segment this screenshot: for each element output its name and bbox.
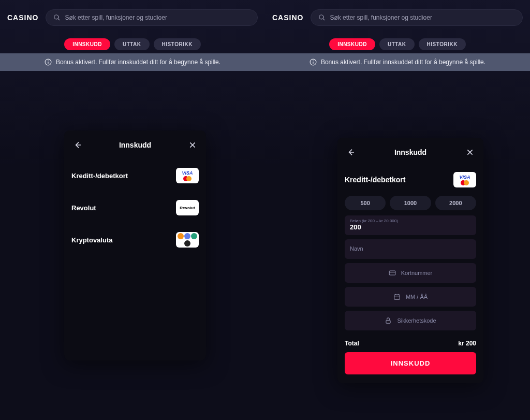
modal-title: Innskudd bbox=[119, 141, 151, 149]
method-label: Kryptovaluta bbox=[71, 236, 112, 244]
banner-text: Bonus aktivert. Fullfør innskuddet ditt … bbox=[56, 59, 220, 66]
tabs: INNSKUDD UTTAK HISTORIKK bbox=[0, 35, 265, 53]
brand-logo[interactable]: CASINO bbox=[7, 13, 38, 22]
tab-deposit[interactable]: INNSKUDD bbox=[64, 38, 110, 50]
visa-mastercard-icon: VISA bbox=[453, 172, 476, 187]
search-placeholder: Søk etter spill, funksjoner og studioer bbox=[330, 14, 432, 21]
modal-header: Innskudd bbox=[64, 131, 206, 160]
info-icon bbox=[310, 59, 317, 66]
svg-rect-5 bbox=[313, 61, 313, 61]
method-label: Kreditt-/debetkort bbox=[345, 176, 405, 184]
expiry-placeholder: MM / ÅÅ bbox=[406, 294, 428, 300]
svg-rect-6 bbox=[389, 271, 395, 275]
banner-text: Bonus aktivert. Fullfør innskuddet ditt … bbox=[321, 59, 485, 66]
modal-body[interactable]: Kreditt-/debetkort VISA 500 1000 2000 Be… bbox=[337, 167, 483, 383]
search-icon bbox=[318, 14, 326, 21]
tabs: INNSKUDD UTTAK HISTORIKK bbox=[265, 35, 530, 53]
info-banner: Bonus aktivert. Fullfør innskuddet ditt … bbox=[265, 53, 530, 71]
visa-mastercard-icon: VISA bbox=[176, 168, 199, 183]
tab-history[interactable]: HISTORIKK bbox=[154, 38, 201, 50]
amount-field[interactable]: Beløp (kr 200 – kr 20 000) 200 bbox=[345, 215, 476, 235]
close-icon bbox=[188, 141, 197, 149]
revolut-icon: Revolut bbox=[176, 200, 199, 215]
pane-right: CASINO Søk etter spill, funksjoner og st… bbox=[265, 0, 530, 420]
total-value: kr 200 bbox=[458, 340, 476, 347]
modal-header: Innskudd bbox=[337, 138, 483, 167]
back-button[interactable] bbox=[345, 146, 357, 158]
close-icon bbox=[466, 148, 474, 156]
modal-title: Innskudd bbox=[394, 148, 426, 156]
total-label: Total bbox=[345, 340, 359, 347]
amount-label: Beløp (kr 200 – kr 20 000) bbox=[350, 219, 471, 223]
header: CASINO Søk etter spill, funksjoner og st… bbox=[0, 0, 265, 35]
search-input[interactable]: Søk etter spill, funksjoner og studioer bbox=[46, 9, 258, 26]
deposit-modal-methods: Innskudd Kreditt-/debetkort VISA Revolut… bbox=[64, 131, 206, 360]
method-card[interactable]: Kreditt-/debetkort VISA bbox=[64, 160, 206, 192]
card-icon bbox=[389, 269, 396, 277]
lock-icon bbox=[385, 317, 392, 324]
svg-rect-2 bbox=[48, 61, 48, 61]
total-row: Total kr 200 bbox=[345, 335, 476, 352]
tab-history[interactable]: HISTORIKK bbox=[419, 38, 466, 50]
crypto-icon bbox=[176, 232, 199, 248]
header: CASINO Søk etter spill, funksjoner og st… bbox=[265, 0, 530, 35]
search-placeholder: Søk etter spill, funksjoner og studioer bbox=[65, 14, 167, 21]
name-placeholder: Navn bbox=[350, 245, 471, 252]
method-revolut[interactable]: Revolut Revolut bbox=[64, 192, 206, 224]
expiry-field[interactable]: MM / ÅÅ bbox=[345, 287, 476, 307]
amount-1000[interactable]: 1000 bbox=[390, 196, 431, 210]
amount-2000[interactable]: 2000 bbox=[435, 196, 476, 210]
svg-rect-4 bbox=[313, 62, 313, 64]
close-button[interactable] bbox=[464, 146, 476, 158]
name-field[interactable]: Navn bbox=[345, 239, 476, 259]
submit-button[interactable]: INNSKUDD bbox=[345, 352, 476, 374]
cvv-field[interactable]: Sikkerhetskode bbox=[345, 311, 476, 330]
tab-withdraw[interactable]: UTTAK bbox=[114, 38, 150, 50]
back-button[interactable] bbox=[71, 139, 84, 151]
search-icon bbox=[53, 14, 61, 21]
selected-method: Kreditt-/debetkort VISA bbox=[345, 167, 476, 196]
info-banner: Bonus aktivert. Fullfør innskuddet ditt … bbox=[0, 53, 265, 71]
brand-logo[interactable]: CASINO bbox=[272, 13, 303, 22]
cardno-field[interactable]: Kortnummer bbox=[345, 263, 476, 283]
info-icon bbox=[45, 59, 52, 66]
svg-rect-1 bbox=[48, 62, 48, 64]
cvv-placeholder: Sikkerhetskode bbox=[397, 317, 436, 324]
tab-withdraw[interactable]: UTTAK bbox=[379, 38, 415, 50]
method-label: Kreditt-/debetkort bbox=[71, 172, 128, 180]
svg-rect-7 bbox=[394, 295, 400, 299]
search-input[interactable]: Søk etter spill, funksjoner og studioer bbox=[311, 9, 523, 26]
quick-amounts: 500 1000 2000 bbox=[345, 196, 476, 210]
arrow-left-icon bbox=[73, 141, 82, 149]
arrow-left-icon bbox=[347, 148, 355, 156]
tab-deposit[interactable]: INNSKUDD bbox=[329, 38, 375, 50]
deposit-modal-form: Innskudd Kreditt-/debetkort VISA 500 100… bbox=[337, 138, 483, 383]
method-label: Revolut bbox=[71, 204, 96, 212]
calendar-icon bbox=[393, 293, 401, 300]
amount-value: 200 bbox=[350, 223, 471, 231]
svg-rect-8 bbox=[386, 320, 390, 323]
pane-left: CASINO Søk etter spill, funksjoner og st… bbox=[0, 0, 265, 420]
close-button[interactable] bbox=[186, 139, 199, 151]
method-crypto[interactable]: Kryptovaluta bbox=[64, 224, 206, 256]
cardno-placeholder: Kortnummer bbox=[401, 270, 433, 276]
amount-500[interactable]: 500 bbox=[345, 196, 386, 210]
